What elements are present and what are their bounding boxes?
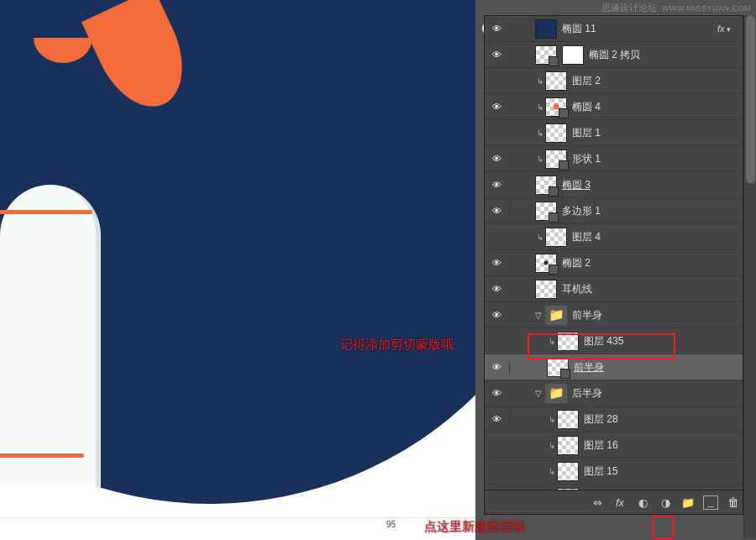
clip-indicator-icon: ↳ bbox=[547, 467, 557, 476]
mask-thumbnail[interactable] bbox=[562, 45, 584, 65]
layer-name-label[interactable]: 多边形 1 bbox=[562, 204, 743, 218]
link-layers-icon[interactable]: ⇔ bbox=[590, 495, 605, 510]
layers-panel[interactable]: 椭圆 11fx椭圆 2 拷贝↳图层 2↳椭圆 4↳图层 1↳形状 1椭圆 3多边… bbox=[484, 15, 743, 515]
layer-name-label[interactable]: 图层 1 bbox=[572, 126, 743, 140]
adjustment-icon[interactable]: ◑ bbox=[658, 495, 673, 510]
visibility-toggle[interactable] bbox=[485, 413, 510, 425]
clip-indicator-icon: ↳ bbox=[535, 155, 545, 164]
layer-row[interactable]: ↳形状 1 bbox=[485, 146, 743, 172]
layer-name-label[interactable]: 椭圆 2 bbox=[562, 256, 743, 270]
layer-thumbnail[interactable] bbox=[535, 45, 557, 65]
visibility-toggle[interactable] bbox=[485, 23, 510, 34]
layer-row[interactable]: 椭圆 3 bbox=[485, 172, 743, 198]
annotation-new-layer: 点这里新建图层哦 bbox=[424, 519, 525, 535]
layer-row[interactable]: 椭圆 2 bbox=[485, 250, 743, 276]
eye-icon bbox=[491, 309, 503, 317]
layer-row[interactable]: ↳椭圆 4 bbox=[485, 94, 743, 120]
layer-thumbnail[interactable] bbox=[535, 254, 557, 273]
layer-thumbnail[interactable] bbox=[545, 228, 567, 247]
layer-row[interactable]: 椭圆 2 拷贝 bbox=[485, 42, 743, 68]
folder-disclosure-icon[interactable]: ▽ bbox=[535, 311, 545, 320]
clip-indicator-icon: ↳ bbox=[547, 415, 557, 424]
eye-icon bbox=[491, 205, 503, 213]
scrollbar-thumb[interactable] bbox=[746, 15, 755, 183]
layer-name-label[interactable]: 椭圆 11 bbox=[562, 22, 717, 36]
visibility-toggle[interactable] bbox=[485, 49, 510, 60]
folder-icon: 📁 bbox=[545, 306, 567, 325]
eye-icon bbox=[491, 361, 503, 370]
layer-name-label[interactable]: 图层 15 bbox=[584, 464, 743, 479]
layers-list: 椭圆 11fx椭圆 2 拷贝↳图层 2↳椭圆 4↳图层 1↳形状 1椭圆 3多边… bbox=[485, 16, 743, 511]
clip-indicator-icon: ↳ bbox=[547, 337, 557, 346]
visibility-toggle[interactable] bbox=[485, 361, 510, 373]
layer-row[interactable]: ↳图层 435 bbox=[485, 328, 743, 354]
layer-thumbnail[interactable] bbox=[557, 410, 579, 429]
layer-thumbnail[interactable] bbox=[535, 176, 557, 195]
layer-name-label[interactable]: 前半身 bbox=[572, 308, 743, 322]
visibility-toggle[interactable] bbox=[485, 153, 510, 165]
folder-disclosure-icon[interactable]: ▽ bbox=[535, 389, 545, 398]
layer-row[interactable]: ▽📁前半身 bbox=[485, 302, 743, 328]
layer-name-label[interactable]: 前半身 bbox=[574, 360, 743, 375]
layer-thumbnail[interactable] bbox=[557, 332, 579, 351]
layer-row[interactable]: ↳图层 16 bbox=[485, 433, 743, 459]
layer-name-label[interactable]: 耳机线 bbox=[562, 282, 743, 296]
canvas[interactable] bbox=[0, 0, 484, 517]
delete-icon[interactable]: 🗑 bbox=[726, 495, 741, 510]
layer-name-label[interactable]: 后半身 bbox=[572, 386, 743, 401]
eye-icon bbox=[491, 257, 503, 265]
visibility-toggle[interactable] bbox=[485, 283, 510, 295]
layer-row[interactable]: ▽📁后半身 bbox=[485, 380, 743, 406]
layer-thumbnail[interactable] bbox=[557, 436, 579, 455]
fx-badge[interactable]: fx bbox=[717, 24, 731, 34]
layer-name-label[interactable]: 椭圆 4 bbox=[572, 100, 743, 114]
illustration-body bbox=[0, 185, 101, 487]
visibility-toggle[interactable] bbox=[485, 387, 510, 399]
panel-scrollbar[interactable] bbox=[743, 15, 756, 539]
eye-icon bbox=[491, 179, 503, 187]
visibility-toggle[interactable] bbox=[485, 179, 510, 191]
layer-name-label[interactable]: 椭圆 2 拷贝 bbox=[589, 48, 743, 62]
illustration-stripe bbox=[0, 453, 84, 458]
layer-row[interactable]: 耳机线 bbox=[485, 276, 743, 302]
fx-icon[interactable]: fx bbox=[612, 495, 627, 510]
layer-name-label[interactable]: 图层 4 bbox=[572, 230, 743, 244]
layer-thumbnail[interactable] bbox=[545, 71, 567, 91]
horizontal-ruler: 95 bbox=[0, 517, 484, 532]
layer-name-label[interactable]: 形状 1 bbox=[572, 152, 743, 166]
layer-thumbnail[interactable] bbox=[535, 202, 557, 221]
layer-thumbnail[interactable] bbox=[535, 280, 557, 299]
layers-toolbar: ⇔ fx ◐ ◑ 📁 🗑 bbox=[485, 490, 743, 514]
layer-row[interactable]: ↳图层 1 bbox=[485, 120, 743, 146]
layer-thumbnail[interactable] bbox=[545, 97, 567, 117]
layer-row[interactable]: 多边形 1 bbox=[485, 198, 743, 224]
layer-row[interactable]: ↳图层 2 bbox=[485, 68, 743, 94]
layer-row[interactable]: 椭圆 11fx bbox=[485, 16, 743, 42]
layer-row[interactable]: ↳图层 4 bbox=[485, 224, 743, 250]
layer-name-label[interactable]: 椭圆 3 bbox=[562, 178, 743, 192]
illustration-stripe bbox=[0, 210, 92, 214]
visibility-toggle[interactable] bbox=[485, 309, 510, 321]
group-icon[interactable]: 📁 bbox=[680, 495, 696, 510]
layers-panel-container: 思缘设计论坛 WWW.MISSYUAN.COM 椭圆 11fx椭圆 2 拷贝↳图… bbox=[484, 0, 756, 540]
layer-row[interactable]: 前半身 bbox=[485, 354, 743, 380]
layer-thumbnail[interactable] bbox=[535, 19, 557, 39]
visibility-toggle[interactable] bbox=[485, 101, 510, 113]
layer-thumbnail[interactable] bbox=[545, 149, 567, 169]
layer-thumbnail[interactable] bbox=[557, 462, 579, 481]
visibility-toggle[interactable] bbox=[485, 257, 510, 269]
clip-indicator-icon: ↳ bbox=[535, 128, 545, 138]
layer-name-label[interactable]: 图层 16 bbox=[584, 438, 743, 453]
layer-row[interactable]: ↳图层 15 bbox=[485, 459, 743, 485]
clip-indicator-icon: ↳ bbox=[535, 102, 545, 112]
layer-row[interactable]: ↳图层 28 bbox=[485, 406, 743, 433]
layer-thumbnail[interactable] bbox=[545, 123, 567, 143]
watermark: 思缘设计论坛 WWW.MISSYUAN.COM bbox=[601, 2, 751, 14]
layer-thumbnail[interactable] bbox=[547, 358, 569, 377]
add-mask-icon[interactable]: ◐ bbox=[635, 495, 650, 510]
layer-name-label[interactable]: 图层 2 bbox=[572, 74, 743, 88]
visibility-toggle[interactable] bbox=[485, 205, 510, 217]
layer-name-label[interactable]: 图层 435 bbox=[584, 334, 743, 349]
new-layer-icon[interactable] bbox=[703, 495, 718, 510]
layer-name-label[interactable]: 图层 28 bbox=[584, 412, 743, 427]
